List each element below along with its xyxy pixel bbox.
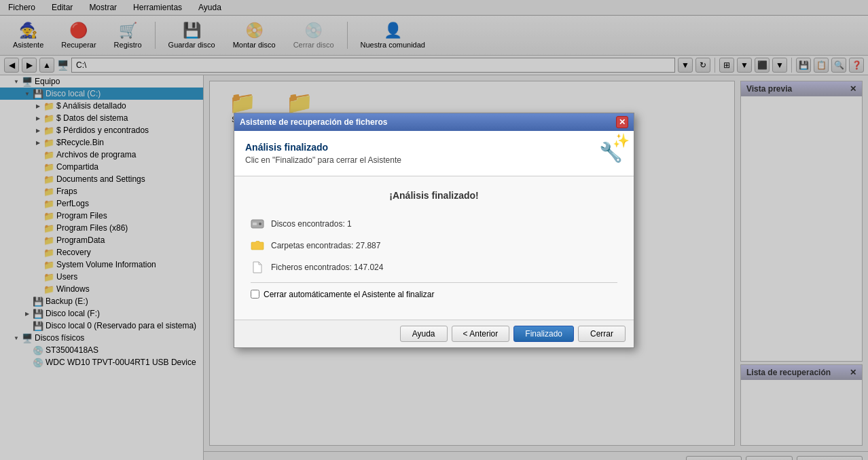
dialog-main-text: ¡Análisis finalizado!: [251, 190, 617, 201]
discos-result-icon: [251, 217, 264, 231]
cerrar-dialog-button[interactable]: Cerrar: [578, 326, 626, 342]
carpetas-result-label: Carpetas encontradas: 27.887: [271, 241, 380, 250]
dialog-close-button[interactable]: ✕: [616, 116, 628, 128]
discos-result-label: Discos encontrados: 1: [271, 219, 352, 229]
dialog-checkbox-row: Cerrar automáticamente el Asistente al f…: [251, 282, 617, 306]
ficheros-result-icon: [251, 261, 264, 274]
svg-rect-2: [253, 223, 257, 225]
dialog-header-text: Análisis finalizado Clic en "Finalizado"…: [245, 142, 401, 165]
carpetas-result-icon: [251, 239, 264, 252]
dialog-footer: Ayuda < Anterior Finalizado Cerrar: [234, 320, 634, 347]
finalizado-button[interactable]: Finalizado: [513, 326, 574, 342]
svg-point-1: [259, 223, 261, 225]
ayuda-button[interactable]: Ayuda: [400, 326, 448, 342]
ficheros-result-label: Ficheros encontrados: 147.024: [271, 263, 383, 272]
dialog-title: Asistente de recuperación de ficheros: [240, 117, 387, 127]
result-row-ficheros: Ficheros encontrados: 147.024: [251, 261, 617, 274]
result-row-discos: Discos encontrados: 1: [251, 217, 617, 231]
dialog-header: Análisis finalizado Clic en "Finalizado"…: [234, 131, 634, 176]
dialog-heading: Análisis finalizado: [245, 142, 401, 153]
dialog-subtext: Clic en "Finalizado" para cerrar el Asis…: [245, 155, 401, 165]
result-row-carpetas: Carpetas encontradas: 27.887: [251, 239, 617, 252]
anterior-button[interactable]: < Anterior: [452, 326, 510, 342]
dialog-titlebar: Asistente de recuperación de ficheros ✕: [234, 113, 634, 131]
auto-close-label: Cerrar automáticamente el Asistente al f…: [264, 290, 434, 299]
dialog-body: ¡Análisis finalizado! Discos encontrados…: [234, 176, 634, 320]
dialog-wizard-icon: 🔧 ✨: [599, 139, 623, 168]
dialog-overlay: Asistente de recuperación de ficheros ✕ …: [0, 0, 868, 460]
dialog: Asistente de recuperación de ficheros ✕ …: [234, 113, 634, 348]
auto-close-checkbox[interactable]: [251, 290, 259, 299]
